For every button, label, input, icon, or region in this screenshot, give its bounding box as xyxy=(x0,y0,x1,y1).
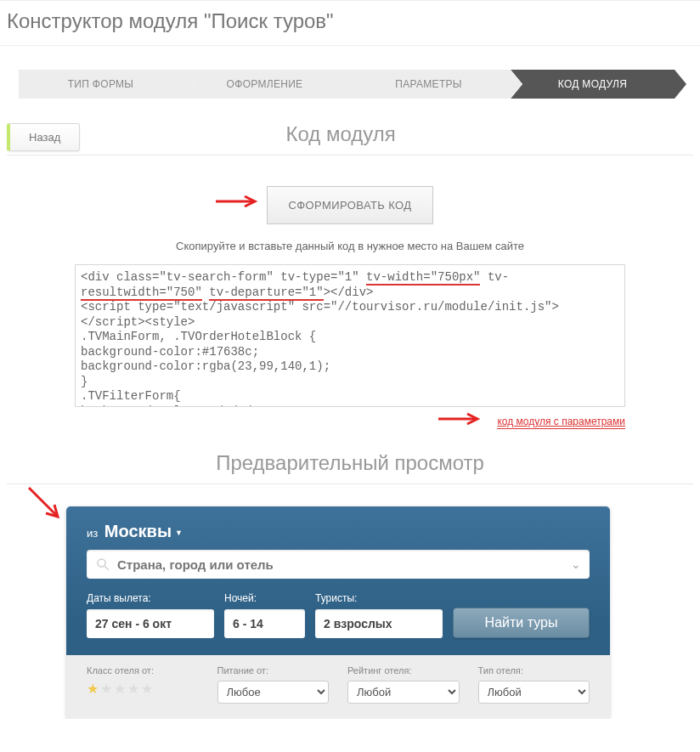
code-textarea[interactable]: <div class="tv-search-form" tv-type="1" … xyxy=(75,264,625,407)
annotation-arrow-icon xyxy=(25,484,63,522)
wizard-steps: ТИП ФОРМЫ ОФОРМЛЕНИЕ ПАРАМЕТРЫ КОД МОДУЛ… xyxy=(7,70,675,99)
annotation-arrow-icon xyxy=(214,195,258,208)
annotation-arrow-icon xyxy=(437,412,481,426)
section-title-code: Код модуля xyxy=(80,122,601,146)
dates-input[interactable]: 27 сен - 6 окт xyxy=(87,609,214,638)
departure-city[interactable]: из Москвы▼ xyxy=(87,522,590,541)
filters-row: Класс отеля от: ★★★★★ Питание от: Любое … xyxy=(66,655,610,719)
step-module-code[interactable]: КОД МОДУЛЯ xyxy=(511,70,675,99)
hotel-class-stars[interactable]: ★★★★★ xyxy=(87,681,199,697)
chevron-down-icon: ⌄ xyxy=(571,557,581,571)
star-icon: ★ xyxy=(141,681,155,696)
step-design[interactable]: ОФОРМЛЕНИЕ xyxy=(183,70,347,99)
rating-select[interactable]: Любой xyxy=(347,681,460,704)
dates-label: Даты вылета: xyxy=(87,592,214,604)
chevron-down-icon: ▼ xyxy=(175,529,183,537)
tourists-input[interactable]: 2 взрослых xyxy=(315,609,443,638)
search-widget: из Москвы▼ ⌄ Даты вылета: 27 сен - 6 окт… xyxy=(66,506,610,719)
svg-point-3 xyxy=(98,559,105,567)
meal-label: Питание от: xyxy=(217,665,330,676)
hotel-type-label: Тип отеля: xyxy=(478,665,590,676)
star-icon: ★ xyxy=(114,681,127,696)
destination-input[interactable] xyxy=(117,557,571,572)
step-params[interactable]: ПАРАМЕТРЫ xyxy=(347,70,511,99)
search-icon xyxy=(95,557,110,572)
nights-input[interactable]: 6 - 14 xyxy=(224,609,305,638)
meal-select[interactable]: Любое xyxy=(217,681,330,704)
section-title-preview: Предварительный просмотр xyxy=(0,451,700,475)
find-tours-button[interactable]: Найти туры xyxy=(453,608,590,638)
destination-search[interactable]: ⌄ xyxy=(87,550,590,579)
generate-code-button[interactable]: СФОРМИРОВАТЬ КОД xyxy=(267,186,432,224)
star-icon: ★ xyxy=(127,681,141,696)
rating-label: Рейтинг отеля: xyxy=(347,665,460,676)
svg-line-4 xyxy=(104,566,109,570)
back-button[interactable]: Назад xyxy=(7,123,80,151)
params-link[interactable]: код модуля с параметрами xyxy=(497,416,625,429)
hotel-class-label: Класс отеля от: xyxy=(87,665,199,676)
step-form-type[interactable]: ТИП ФОРМЫ xyxy=(19,70,183,99)
copy-instruction: Скопируйте и вставьте данный код в нужно… xyxy=(0,240,700,252)
svg-line-2 xyxy=(29,488,56,515)
nights-label: Ночей: xyxy=(224,592,305,604)
tourists-label: Туристы: xyxy=(315,592,443,604)
star-icon: ★ xyxy=(87,681,100,696)
hotel-type-select[interactable]: Любой xyxy=(478,681,590,704)
page-title: Конструктор модуля "Поиск туров" xyxy=(0,0,700,46)
star-icon: ★ xyxy=(100,681,114,696)
